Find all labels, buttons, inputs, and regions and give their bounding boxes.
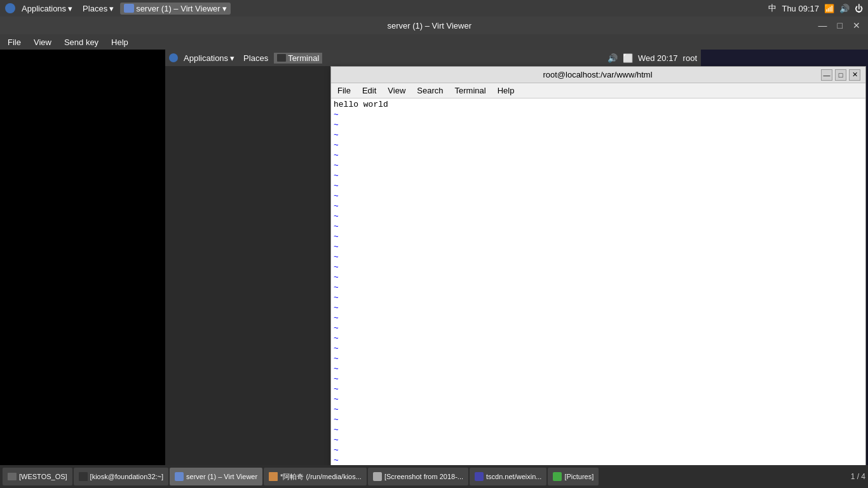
virtviewer-label: server (1) – Virt Viewer — [186, 473, 257, 480]
virt-file-menu[interactable]: File — [5, 36, 24, 48]
vim-tilde-line: ~ — [334, 201, 863, 212]
host-places-menu[interactable]: Places ▾ — [79, 3, 118, 15]
westos-label: [WESTOS_OS] — [19, 473, 67, 480]
host-taskbar-kiosk[interactable]: [kiosk@foundation32:~] — [74, 468, 168, 485]
screenshot-label: [Screenshot from 2018-... — [384, 473, 463, 480]
vim-tilde-line: ~ — [334, 364, 863, 374]
guest-applications-label: Applications — [184, 53, 228, 63]
host-taskbar-browser[interactable]: tscdn.net/weixin... — [470, 468, 546, 485]
wifi-icon: 📶 — [824, 4, 834, 13]
virt-viewer-controls: — □ ✕ — [816, 20, 863, 30]
vim-tilde-line: ~ — [334, 425, 863, 435]
vim-tilde-line: ~ — [334, 232, 863, 242]
guest-terminal-label: Terminal — [288, 53, 319, 63]
pics-icon — [553, 472, 562, 481]
host-topbar-left: Applications ▾ Places ▾ server (1) – Vir… — [5, 3, 231, 15]
guest-display-icon: ⬜ — [623, 53, 633, 63]
terminal-edit-menu[interactable]: Edit — [360, 85, 379, 96]
guest-terminal-icon — [277, 54, 286, 62]
host-taskbar-virtviewer[interactable]: server (1) – Virt Viewer — [170, 468, 262, 485]
vim-tilde-line: ~ — [334, 384, 863, 395]
guest-topbar-left: Applications ▾ Places Terminal — [169, 53, 322, 64]
host-datetime: Thu 09:17 — [782, 4, 819, 13]
guest-terminal-taskbar[interactable]: Terminal — [274, 53, 322, 64]
terminal-menubar: File Edit View Search Terminal Help — [331, 83, 865, 98]
host-taskbar-westos[interactable]: [WESTOS_OS] — [3, 468, 72, 485]
vim-tilde-line: ~ — [334, 120, 863, 130]
vim-tilde-line: ~ — [334, 313, 863, 323]
virt-help-menu[interactable]: Help — [109, 36, 131, 48]
vim-tilde-line: ~ — [334, 252, 863, 262]
vim-tilde-line: ~ — [334, 435, 863, 445]
vim-tilde-line: ~ — [334, 303, 863, 313]
host-window-title-taskbar: server (1) – Virt Viewer — [136, 4, 220, 13]
terminal-view-menu[interactable]: View — [385, 85, 408, 96]
vim-tilde-line: ~ — [334, 293, 863, 303]
edit-label: *阿帕奇 (/run/media/kios... — [280, 472, 362, 482]
fedora-icon — [5, 3, 15, 13]
vim-tilde-line: ~ — [334, 191, 863, 201]
minimize-button[interactable]: — — [816, 20, 830, 30]
vim-tilde-line: ~ — [334, 405, 863, 415]
host-taskbar-right: 1 / 4 — [851, 472, 865, 481]
kiosk-icon — [79, 472, 88, 481]
terminal-window: root@localhost:/var/www/html — □ ✕ File … — [330, 66, 866, 488]
guest-desktop: Applications ▾ Places Terminal 🔊 ⬜ Wed 2… — [165, 50, 701, 488]
vim-tilde-line: ~ — [334, 171, 863, 181]
host-window-arrow: ▾ — [222, 4, 227, 13]
terminal-file-menu[interactable]: File — [335, 85, 353, 96]
guest-fedora-icon — [169, 53, 178, 62]
host-places-arrow: ▾ — [109, 4, 114, 13]
virt-viewer-title: server (1) – Virt Viewer — [43, 21, 816, 30]
terminal-maximize-button[interactable]: □ — [835, 69, 846, 81]
window-taskbar-icon — [124, 4, 134, 13]
edit-icon — [269, 472, 278, 481]
virt-viewer-window: server (1) – Virt Viewer — □ ✕ File View… — [0, 17, 868, 488]
vim-tilde-line: ~ — [334, 374, 863, 384]
terminal-terminal-menu[interactable]: Terminal — [452, 85, 489, 96]
host-topbar-right: 中 Thu 09:17 📶 🔊 ⏻ — [768, 3, 863, 14]
virt-viewer-titlebar: server (1) – Virt Viewer — □ ✕ — [0, 17, 868, 34]
terminal-help-menu[interactable]: Help — [495, 85, 517, 96]
guest-applications-arrow: ▾ — [230, 53, 234, 63]
close-button[interactable]: ✕ — [850, 20, 863, 30]
vim-tilde-line: ~ — [334, 445, 863, 456]
westos-icon — [8, 473, 17, 480]
terminal-search-menu[interactable]: Search — [414, 85, 445, 96]
virt-view-menu[interactable]: View — [31, 36, 54, 48]
vim-editor[interactable]: hello world ~~~~~~~~~~~~~~~~~~~~~~~~~~~~… — [331, 98, 865, 488]
vim-tilde-line: ~ — [334, 181, 863, 191]
vim-tilde-line: ~ — [334, 273, 863, 283]
host-taskbar-pictures[interactable]: [Pictures] — [548, 468, 599, 485]
guest-volume-icon[interactable]: 🔊 — [607, 53, 618, 63]
vim-tilde-line: ~ — [334, 151, 863, 161]
terminal-titlebar: root@localhost:/var/www/html — □ ✕ — [331, 67, 865, 83]
vim-line-1: hello world — [334, 100, 863, 110]
volume-icon[interactable]: 🔊 — [839, 4, 850, 13]
vim-content: hello world ~~~~~~~~~~~~~~~~~~~~~~~~~~~~… — [331, 98, 865, 478]
vim-tilde-line: ~ — [334, 242, 863, 252]
terminal-close-button[interactable]: ✕ — [849, 69, 860, 81]
screenshot-icon — [373, 472, 382, 481]
maximize-button[interactable]: □ — [835, 20, 845, 30]
ime-indicator[interactable]: 中 — [768, 3, 776, 14]
guest-applications-menu[interactable]: Applications ▾ — [180, 53, 238, 64]
guest-topbar-right: 🔊 ⬜ Wed 20:17 root — [607, 53, 697, 63]
guest-root-label: root — [683, 53, 697, 63]
host-taskbar-edit[interactable]: *阿帕奇 (/run/media/kios... — [264, 468, 367, 485]
virt-sendkey-menu[interactable]: Send key — [62, 36, 101, 48]
power-icon[interactable]: ⏻ — [855, 4, 863, 13]
virtviewer-icon — [175, 472, 184, 481]
terminal-minimize-button[interactable]: — — [821, 69, 832, 81]
host-applications-arrow: ▾ — [68, 4, 72, 13]
guest-places-menu[interactable]: Places — [240, 53, 271, 64]
host-taskbar-screenshot[interactable]: [Screenshot from 2018-... — [368, 468, 468, 485]
host-topbar: Applications ▾ Places ▾ server (1) – Vir… — [0, 0, 868, 17]
host-applications-menu[interactable]: Applications ▾ — [18, 3, 76, 15]
vim-tilde-line: ~ — [334, 456, 863, 466]
vim-tilde-line: ~ — [334, 161, 863, 171]
vim-tilde-line: ~ — [334, 130, 863, 140]
browser-icon — [475, 472, 484, 481]
host-taskbar: [WESTOS_OS] [kiosk@foundation32:~] serve… — [0, 465, 868, 488]
host-window-taskbar-item[interactable]: server (1) – Virt Viewer ▾ — [120, 3, 230, 15]
